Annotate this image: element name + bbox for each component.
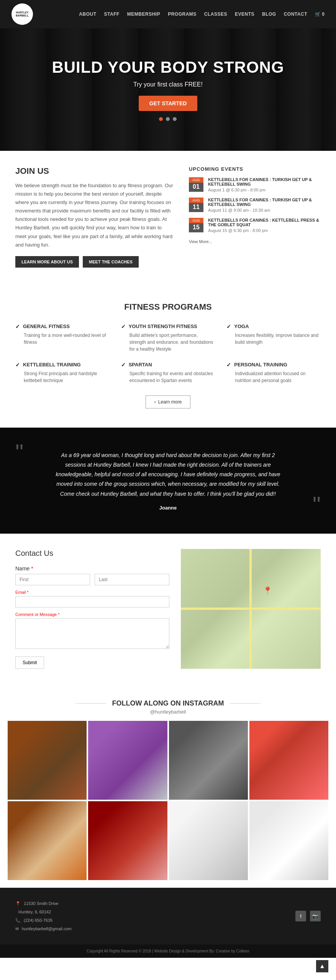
nav-staff[interactable]: STAFF [104, 11, 120, 17]
hero-headline: BUILD YOUR BODY STRONG [52, 58, 284, 77]
upcoming-events: UPCOMING EVENTS AUG 01 KETTLEBELLS FOR C… [189, 166, 321, 268]
footer-content: 📍 11530 Smith Drive Huntley, IL 60142 📞 … [15, 899, 321, 933]
footer-address-line1: 11530 Smith Drive [24, 899, 59, 908]
instagram-title: FOLLOW ALONG ON INSTAGRAM [8, 699, 328, 707]
program-spartan: SPARTAN Specific training for events and… [121, 362, 215, 384]
program-youth-desc: Build athlete's sport performance, stren… [121, 332, 215, 353]
event-info-1: KETTLEBELLS FOR CANINES : TURKISH GET UP… [208, 177, 321, 192]
event-date-box-3: AUG 15 [189, 218, 203, 232]
testimonial-section: " As a 69 year old woman, I thought long… [0, 428, 336, 534]
footer: 📍 11530 Smith Drive Huntley, IL 60142 📞 … [0, 888, 336, 944]
event-date-box-2: AUG 11 [189, 198, 203, 212]
cart-icon[interactable]: 🛒 0 [315, 11, 325, 17]
event-month-2: AUG [189, 198, 203, 203]
event-day-2: 11 [193, 204, 200, 210]
hero-dot-3[interactable] [173, 117, 177, 121]
event-day-1: 01 [193, 183, 200, 190]
instagram-post-6[interactable] [88, 801, 167, 880]
footer-address-1: 📍 11530 Smith Drive [15, 899, 72, 908]
view-more-link[interactable]: View More... [189, 239, 212, 244]
program-personal: PERSONAL TRAINING Individualized attenti… [226, 362, 321, 384]
email-group: Email * [15, 590, 169, 608]
nav-blog[interactable]: BLOG [262, 11, 276, 17]
contact-title: Contact Us [15, 549, 169, 558]
nav-programs[interactable]: PROGRAMS [168, 11, 197, 17]
instagram-post-7[interactable] [169, 801, 248, 880]
comment-group: Comment or Message * [15, 612, 169, 649]
instagram-post-8[interactable] [249, 801, 328, 880]
footer-address-2: Huntley, IL 60142 [15, 908, 72, 916]
footer-email-address: huntleybarbell@gmail.com [22, 924, 72, 933]
map-road-vertical [249, 549, 252, 669]
instagram-post-3[interactable] [169, 721, 248, 800]
submit-button[interactable]: Submit [15, 657, 44, 669]
contact-form: Contact Us Name * Email * Comment or Mes… [15, 549, 169, 669]
event-title-3[interactable]: KETTLEBELLS FOR CANINES : KETTLEBELL PRE… [208, 218, 321, 227]
programs-title: FITNESS PROGRAMS [15, 302, 321, 312]
programs-learn-more-button[interactable]: › Learn more [146, 395, 190, 408]
program-yoga-title: YOGA [226, 323, 321, 330]
instagram-post-1[interactable] [8, 721, 87, 800]
event-date-2: August 11 @ 9:00 am - 10:30 am [208, 208, 321, 212]
events-title: UPCOMING EVENTS [189, 166, 321, 172]
event-title-1[interactable]: KETTLEBELLS FOR CANINES : TURKISH GET UP… [208, 177, 321, 186]
hero-dots [52, 117, 284, 121]
comment-label: Comment or Message * [15, 612, 169, 617]
event-month-1: AUG [189, 177, 203, 183]
name-label: Name * [15, 565, 33, 572]
last-name-group [95, 574, 169, 585]
program-personal-desc: Individualized attention focused on nutr… [226, 370, 321, 384]
instagram-handle[interactable]: @huntleybarbell [8, 709, 328, 715]
hero-dot-2[interactable] [166, 117, 170, 121]
instagram-post-5[interactable] [8, 801, 87, 880]
instagram-icon[interactable]: 📷 [310, 911, 321, 921]
event-title-2[interactable]: KETTLEBELLS FOR CANINES : TURKISH GET UP… [208, 198, 321, 207]
address-icon: 📍 [15, 899, 21, 908]
learn-more-label: Learn more [158, 399, 182, 405]
comment-textarea[interactable] [15, 618, 169, 649]
instagram-post-4[interactable] [249, 721, 328, 800]
first-name-input[interactable] [15, 574, 90, 585]
navbar: HUNTLEYBARBELL ABOUT STAFF MEMBERSHIP PR… [0, 0, 336, 28]
logo-circle: HUNTLEYBARBELL [11, 3, 33, 25]
event-date-box-1: AUG 01 [189, 177, 203, 192]
learn-more-button[interactable]: Learn More About Us [15, 256, 79, 268]
program-general-title: GENERAL FITNESS [15, 323, 110, 330]
nav-events[interactable]: EVENTS [235, 11, 254, 17]
program-yoga-desc: Increases flexibility, improve balance a… [226, 332, 321, 346]
programs-grid: GENERAL FITNESS Training for a more well… [15, 323, 321, 384]
testimonial-author: Joanne [31, 505, 305, 511]
event-date-1: August 1 @ 6:30 pm - 8:00 pm [208, 188, 321, 192]
join-body: We believe strength must be the foundati… [15, 181, 174, 249]
meet-coaches-button[interactable]: Meet the Coaches [83, 256, 139, 268]
footer-phone-number: (224) 650-7635 [24, 916, 52, 924]
facebook-icon[interactable]: f [295, 911, 306, 921]
footer-copyright: Copyright All Rights Reserved © 2018 | W… [0, 944, 336, 958]
footer-info: 📍 11530 Smith Drive Huntley, IL 60142 📞 … [15, 899, 72, 933]
join-title: JOIN US [15, 166, 174, 176]
nav-contact[interactable]: CONTACT [284, 11, 307, 17]
logo[interactable]: HUNTLEYBARBELL [11, 3, 33, 25]
hero-dot-1[interactable] [159, 117, 163, 121]
hero-cta-button[interactable]: Get Started [139, 96, 198, 111]
email-icon: ✉ [15, 924, 19, 933]
phone-icon: 📞 [15, 916, 21, 924]
footer-social: f 📷 [295, 911, 321, 921]
event-item-3: AUG 15 KETTLEBELLS FOR CANINES : KETTLEB… [189, 218, 321, 233]
hero-subtext: Try your first class FREE! [52, 81, 284, 88]
email-input[interactable] [15, 596, 169, 608]
nav-about[interactable]: ABOUT [79, 11, 96, 17]
arrow-right-icon: › [154, 399, 156, 405]
first-name-group [15, 574, 90, 585]
instagram-post-2[interactable] [88, 721, 167, 800]
program-spartan-desc: Specific training for events and obstacl… [121, 370, 215, 384]
name-row [15, 574, 169, 585]
hero-section: BUILD YOUR BODY STRONG Try your first cl… [0, 28, 336, 151]
nav-classes[interactable]: CLASSES [204, 11, 227, 17]
hero-content: BUILD YOUR BODY STRONG Try your first cl… [52, 58, 284, 121]
last-name-input[interactable] [95, 574, 169, 585]
testimonial-quote: As a 69 year old woman, I thought long a… [53, 451, 283, 499]
nav-membership[interactable]: MEMBERSHIP [127, 11, 160, 17]
join-left: JOIN US We believe strength must be the … [15, 166, 174, 268]
nav-links: ABOUT STAFF MEMBERSHIP PROGRAMS CLASSES … [79, 11, 325, 17]
